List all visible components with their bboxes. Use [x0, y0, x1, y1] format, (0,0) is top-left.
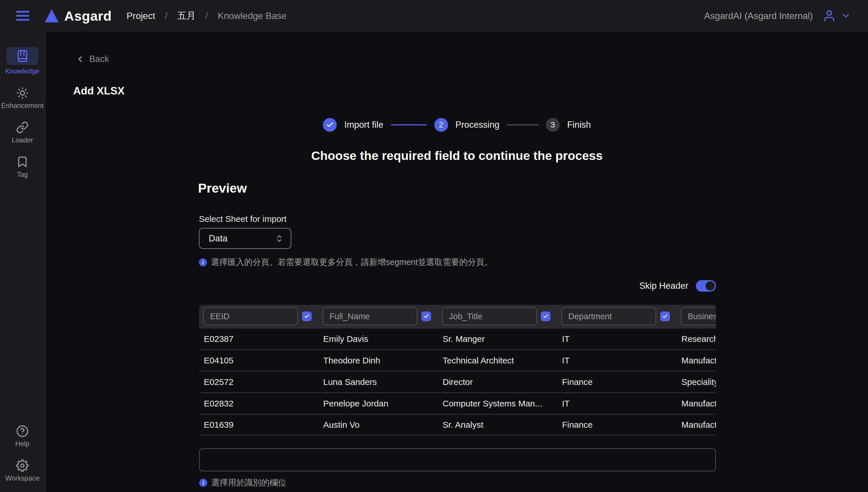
- breadcrumb-separator: /: [205, 10, 208, 21]
- identify-hint-text: 選擇用於識別的欄位: [211, 477, 286, 489]
- check-icon: [304, 314, 310, 319]
- table-cell: Theodore Dinh: [319, 355, 438, 365]
- chevron-left-icon: [75, 54, 85, 64]
- sheet-hint: i 選擇匯入的分頁。若需要選取更多分頁，請新增segment並選取需要的分頁。: [199, 256, 493, 268]
- sidebar-item-enhancement[interactable]: Enhancement: [0, 87, 45, 109]
- sidebar: Knowledge Enhancement Loader Tag Help Wo…: [0, 31, 45, 492]
- table-cell: E01639: [199, 420, 319, 430]
- column-name-input[interactable]: Business: [681, 308, 716, 325]
- column-checkbox[interactable]: [421, 312, 431, 321]
- breadcrumb: Project / 五月 / Knowledge Base: [127, 9, 287, 22]
- sun-icon: [16, 87, 29, 99]
- selector-up-down-icon: [276, 234, 283, 243]
- step-connector: [391, 124, 427, 125]
- step-3-label: Finish: [567, 120, 591, 130]
- identify-field-input[interactable]: [199, 448, 716, 471]
- logo-text: Asgard: [64, 8, 111, 24]
- step-connector: [507, 124, 539, 125]
- table-cell: IT: [557, 399, 677, 409]
- main-content: Back Add XLSX Import file 2 Processing 3…: [46, 31, 868, 492]
- table-header-cell: EEID: [199, 308, 319, 325]
- table-cell: E02572: [199, 377, 319, 387]
- skip-header-toggle[interactable]: [696, 280, 716, 292]
- asgard-logo-icon: [45, 9, 58, 22]
- sidebar-item-workspace[interactable]: Workspace: [0, 459, 45, 482]
- table-cell: Computer Systems Man...: [438, 399, 557, 409]
- sidebar-item-label: Enhancement: [1, 102, 44, 109]
- book-icon: [16, 50, 29, 62]
- active-item-highlight: [6, 47, 39, 65]
- sidebar-item-label: Loader: [12, 136, 33, 144]
- stepper: Import file 2 Processing 3 Finish: [46, 118, 868, 132]
- sidebar-item-knowledge[interactable]: Knowledge: [0, 47, 45, 75]
- check-icon: [543, 314, 548, 319]
- user-icon[interactable]: [823, 9, 836, 22]
- column-checkbox[interactable]: [541, 312, 550, 321]
- table-cell: Penelope Jordan: [319, 399, 438, 409]
- table-cell: IT: [557, 355, 677, 365]
- toggle-knob: [705, 281, 715, 291]
- check-icon: [662, 314, 668, 319]
- chevron-down-icon[interactable]: [841, 11, 851, 21]
- table-header-cell: Job_Title: [438, 308, 557, 325]
- table-cell: Speciality: [677, 377, 716, 387]
- table-cell: Manufactu: [677, 399, 716, 409]
- table-header-cell: Department: [557, 308, 677, 325]
- menu-icon[interactable]: [16, 11, 29, 21]
- skip-header-label: Skip Header: [639, 281, 688, 291]
- column-name-input[interactable]: Job_Title: [442, 308, 537, 325]
- check-icon: [326, 121, 333, 129]
- table-cell: E04105: [199, 355, 319, 365]
- sidebar-item-help[interactable]: Help: [0, 425, 45, 448]
- sidebar-item-loader[interactable]: Loader: [0, 121, 45, 144]
- table-row: E02832 Penelope Jordan Computer Systems …: [199, 392, 716, 414]
- step-3-circle: 3: [546, 118, 560, 132]
- help-circle-icon: [16, 425, 29, 438]
- info-icon: i: [199, 259, 207, 266]
- info-icon: i: [199, 479, 207, 487]
- breadcrumb-project[interactable]: Project: [127, 10, 155, 21]
- back-label: Back: [89, 54, 109, 64]
- step-2-label: Processing: [455, 120, 499, 130]
- table-row: E01639 Austin Vo Sr. Analyst Finance Man…: [199, 414, 716, 436]
- column-checkbox[interactable]: [302, 312, 312, 321]
- table-cell: Sr. Manger: [438, 334, 557, 344]
- identify-hint: i 選擇用於識別的欄位: [199, 477, 286, 489]
- column-name-input[interactable]: Full_Name: [323, 308, 417, 325]
- sheet-select[interactable]: Data: [199, 228, 291, 249]
- sheet-select-value: Data: [209, 233, 227, 244]
- preview-title: Preview: [198, 181, 247, 196]
- table-header-cell: Full_Name: [319, 308, 438, 325]
- breadcrumb-knowledge-base: Knowledge Base: [218, 10, 287, 21]
- column-checkbox[interactable]: [660, 312, 670, 321]
- column-name-input[interactable]: Department: [562, 308, 656, 325]
- top-bar: Asgard Project / 五月 / Knowledge Base Asg…: [0, 0, 868, 31]
- sidebar-item-label: Tag: [17, 171, 28, 178]
- table-cell: Luna Sanders: [319, 377, 438, 387]
- column-name-input[interactable]: EEID: [203, 308, 298, 325]
- table-cell: Emily Davis: [319, 334, 438, 344]
- table-cell: Manufactu: [677, 355, 716, 365]
- table-cell: Technical Architect: [438, 355, 557, 365]
- sidebar-item-tag[interactable]: Tag: [0, 155, 45, 178]
- skip-header-row: Skip Header: [199, 280, 716, 292]
- sheet-hint-text: 選擇匯入的分頁。若需要選取更多分頁，請新增segment並選取需要的分頁。: [211, 256, 493, 268]
- check-icon: [423, 314, 429, 319]
- main-heading: Choose the required field to continue th…: [46, 149, 868, 163]
- sidebar-item-label: Knowledge: [5, 67, 40, 75]
- table-cell: IT: [557, 334, 677, 344]
- step-2-circle: 2: [434, 118, 448, 132]
- page-title: Add XLSX: [73, 85, 125, 97]
- table-cell: Finance: [557, 420, 677, 430]
- link-icon: [16, 121, 29, 134]
- table-row: E04105 Theodore Dinh Technical Architect…: [199, 349, 716, 371]
- breadcrumb-month[interactable]: 五月: [177, 9, 196, 22]
- table-cell: Austin Vo: [319, 420, 438, 430]
- sheet-select-label: Select Sheet for import: [199, 214, 287, 224]
- breadcrumb-separator: /: [165, 10, 168, 21]
- step-1-circle: [323, 118, 337, 132]
- back-button[interactable]: Back: [75, 54, 109, 64]
- table-cell: E02387: [199, 334, 319, 344]
- sidebar-item-label: Help: [15, 440, 29, 448]
- table-cell: Sr. Analyst: [438, 420, 557, 430]
